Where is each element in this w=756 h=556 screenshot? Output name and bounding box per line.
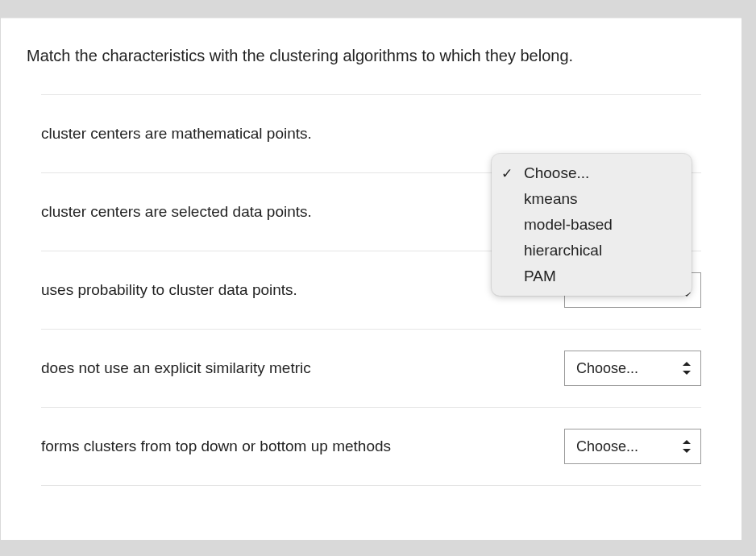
dropdown-option-pam[interactable]: PAM [492,263,692,289]
select-wrap: Choose... [564,351,701,386]
updown-icon [683,363,691,374]
select-value: Choose... [576,438,638,455]
check-icon: ✓ [501,165,524,182]
dropdown-option-model-based[interactable]: model-based [492,212,692,238]
select-wrap: Choose... [564,429,701,464]
match-row: does not use an explicit similarity metr… [41,329,701,407]
option-label: model-based [524,216,613,234]
select-value: Choose... [576,360,638,377]
match-row: forms clusters from top down or bottom u… [41,407,701,486]
row-label: forms clusters from top down or bottom u… [41,436,564,458]
algorithm-select[interactable]: Choose... [564,429,701,464]
row-label: uses probability to cluster data points. [41,280,564,301]
question-title: Match the characteristics with the clust… [27,44,716,67]
option-label: Choose... [524,164,589,182]
updown-icon [683,441,691,452]
select-wrap: Choose... [564,116,701,151]
option-label: hierarchical [524,242,602,259]
row-label: cluster centers are mathematical points. [41,123,564,145]
row-label: cluster centers are selected data points… [41,201,564,223]
dropdown-popup: ✓ Choose... kmeans model-based hierarchi… [492,154,692,296]
option-label: kmeans [524,190,578,208]
dropdown-option-hierarchical[interactable]: hierarchical [492,238,692,263]
dropdown-option-choose[interactable]: ✓ Choose... [492,160,692,186]
dropdown-option-kmeans[interactable]: kmeans [492,186,692,212]
algorithm-select[interactable]: Choose... [564,351,701,386]
row-label: does not use an explicit similarity metr… [41,358,564,380]
question-card: Match the characteristics with the clust… [1,18,741,540]
option-label: PAM [524,268,556,285]
